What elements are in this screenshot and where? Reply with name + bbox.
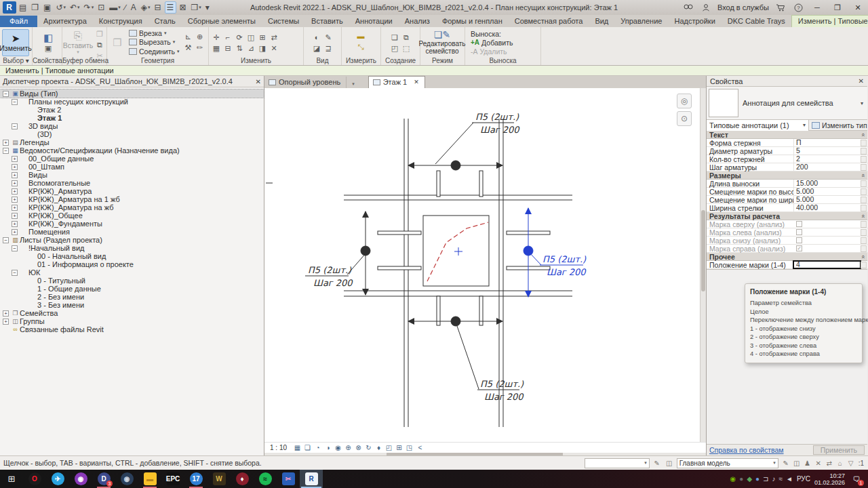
tree-item[interactable]: + КР(КЖ)_Общее bbox=[0, 211, 264, 220]
associate-param-button[interactable] bbox=[861, 245, 867, 252]
tree-item[interactable]: − Ведомости/Спецификации (Назначение вид… bbox=[0, 146, 264, 155]
view-control-icon[interactable]: ◳ bbox=[405, 444, 414, 451]
tree-item[interactable]: Этаж 2 bbox=[0, 106, 264, 114]
modify-tool-icon[interactable]: ⌐ bbox=[222, 33, 233, 43]
view-tool-icon[interactable]: ◐ bbox=[311, 33, 322, 43]
tree-toggle-icon[interactable]: − bbox=[12, 270, 18, 276]
tree-item[interactable]: − 3D виды bbox=[0, 122, 264, 130]
qat-button[interactable]: ⊡ bbox=[96, 1, 106, 14]
modify-tool-icon[interactable]: ⊟ bbox=[222, 43, 233, 54]
profile-icon[interactable]: ✏ bbox=[194, 43, 205, 53]
associate-param-button[interactable] bbox=[861, 205, 867, 211]
tray-icon[interactable]: ● bbox=[755, 475, 760, 483]
tree-item[interactable]: − ЮК bbox=[0, 268, 264, 277]
tree-toggle-icon[interactable]: + bbox=[12, 188, 18, 195]
properties-help-link[interactable]: Справка по свойствам bbox=[709, 446, 784, 454]
panel-label-select[interactable]: Выбор ▾ bbox=[0, 57, 32, 64]
steering-wheel-icon[interactable]: ◎ bbox=[677, 94, 692, 108]
taskbar-app[interactable]: 17 bbox=[184, 470, 208, 488]
taskbar-app[interactable]: W bbox=[208, 470, 231, 488]
qat-button[interactable]: ↶▾ bbox=[68, 1, 81, 14]
tree-toggle-icon[interactable]: − bbox=[12, 245, 18, 251]
associate-param-button[interactable] bbox=[861, 140, 867, 146]
property-row[interactable]: Смещение марки по ширине 5.000 bbox=[707, 196, 867, 204]
measure-tool-icon[interactable]: ▬ bbox=[351, 31, 371, 41]
status-tool-icon[interactable]: ⇄ bbox=[825, 460, 834, 467]
property-row[interactable]: Результаты расчета bbox=[707, 212, 867, 220]
taskbar-app[interactable]: ◉ bbox=[69, 470, 92, 488]
taskbar-app[interactable]: ♦ bbox=[231, 470, 254, 488]
taskbar-app[interactable]: ≈ bbox=[254, 470, 277, 488]
qat-button[interactable]: ▤ bbox=[18, 1, 28, 14]
qat-button[interactable]: ▬▾ bbox=[108, 1, 122, 14]
modify-tool-icon[interactable]: ⊞ bbox=[257, 33, 268, 43]
qat-button[interactable]: ∕ bbox=[123, 1, 128, 14]
tree-item[interactable]: + Вспомогательные bbox=[0, 179, 264, 187]
view-control-icon[interactable]: ❏ bbox=[303, 444, 312, 451]
view-tool-icon[interactable]: ✎ bbox=[323, 33, 334, 43]
property-value[interactable]: 5.000 bbox=[793, 188, 861, 195]
view-control-icon[interactable]: ◔ bbox=[313, 444, 322, 451]
view-control-icon[interactable]: ◑ bbox=[323, 444, 332, 451]
taskbar-app[interactable]: EPC bbox=[161, 470, 184, 488]
associate-param-button[interactable] bbox=[861, 188, 867, 195]
view-control-icon[interactable]: ◰ bbox=[384, 444, 393, 451]
associate-param-button[interactable] bbox=[861, 229, 867, 236]
tree-item[interactable]: + Семейства bbox=[0, 309, 264, 317]
taskbar-app[interactable]: ▬ bbox=[138, 470, 161, 488]
tree-item[interactable]: − Виды (Тип) bbox=[0, 89, 264, 98]
view-control-icon[interactable]: ↻ bbox=[364, 444, 373, 451]
tree-toggle-icon[interactable]: + bbox=[12, 164, 18, 170]
tree-item[interactable]: + КР(КЖ)_Фундаменты bbox=[0, 220, 264, 228]
tree-item[interactable]: Связанные файлы Revit bbox=[0, 325, 264, 333]
qat-button[interactable]: ❒▾ bbox=[189, 1, 202, 14]
tray-icon[interactable]: ● bbox=[739, 475, 743, 483]
associate-param-button[interactable] bbox=[861, 164, 867, 171]
tree-item[interactable]: + КР(КЖ)_Арматура bbox=[0, 187, 264, 195]
project-browser-header[interactable]: Диспетчер проекта - ADSK_RU_Шаблон_ЮК_BI… bbox=[0, 76, 264, 87]
modify-tool-icon[interactable]: ⇅ bbox=[234, 43, 245, 54]
ribbon-tab[interactable]: Системы bbox=[262, 16, 305, 27]
notification-center-icon[interactable]: 🗨1 bbox=[849, 472, 864, 486]
property-row[interactable]: Кол-во стержней 2 bbox=[707, 155, 867, 163]
qat-button[interactable]: ↷▾ bbox=[83, 1, 96, 14]
qat-button[interactable]: R bbox=[3, 1, 16, 14]
taskbar-app[interactable]: D 3 bbox=[92, 470, 115, 488]
associate-param-button[interactable] bbox=[861, 221, 867, 228]
view-tab-overflow[interactable]: ▾ bbox=[347, 80, 359, 88]
property-row[interactable]: Марка снизу (анализ) bbox=[707, 237, 867, 245]
property-value[interactable]: 5.000 bbox=[793, 196, 861, 203]
checkbox[interactable] bbox=[796, 229, 802, 235]
tree-toggle-icon[interactable]: − bbox=[3, 148, 9, 154]
tree-item[interactable]: + КР(КЖ)_Арматура на 1 жб bbox=[0, 195, 264, 203]
wall-joins-icon[interactable]: ⊾ bbox=[182, 32, 193, 42]
tree-toggle-icon[interactable]: + bbox=[12, 180, 18, 186]
zoom-icon[interactable]: ⊙ bbox=[677, 111, 692, 126]
modify-tool-icon[interactable]: ⟳ bbox=[234, 33, 245, 43]
signin-label[interactable]: Вход в службы bbox=[717, 3, 769, 12]
tray-icon[interactable]: ◄ bbox=[786, 475, 793, 483]
tree-item[interactable]: + Виды bbox=[0, 171, 264, 179]
edit-family-button[interactable]: ❏✎ Редактировать семейство bbox=[422, 29, 462, 56]
tree-item[interactable]: 1 - Общие данные bbox=[0, 285, 264, 293]
status-tool-icon[interactable]: ⌂ bbox=[835, 460, 845, 467]
leader-add-button[interactable]: +A Добавить bbox=[471, 38, 538, 47]
qat-button[interactable]: A bbox=[130, 1, 138, 14]
qat-button[interactable]: ⊠ bbox=[178, 1, 188, 14]
ribbon-tab[interactable]: Файл bbox=[0, 16, 37, 27]
associate-param-button[interactable] bbox=[861, 156, 867, 163]
rebar-bars-top[interactable] bbox=[437, 171, 483, 197]
create-tool-icon[interactable]: ⬚ bbox=[401, 43, 412, 54]
property-row[interactable]: Шаг арматуры 200 bbox=[707, 163, 867, 171]
tree-item[interactable]: 3 - Без имени bbox=[0, 301, 264, 309]
tree-item[interactable]: + 00_Штамп bbox=[0, 163, 264, 171]
ribbon-tab[interactable]: Изменить | Типовые аннотации bbox=[791, 15, 868, 27]
cope-big-icon[interactable]: ❒ bbox=[109, 29, 125, 56]
minimize-button[interactable]: ─ bbox=[810, 1, 825, 14]
property-row[interactable]: Ширина стрелки 40.000 bbox=[707, 204, 867, 212]
filter-dropdown[interactable]: Типовые аннотации (1) ▾ bbox=[707, 120, 809, 131]
rebar-bars-left[interactable] bbox=[378, 231, 421, 270]
tree-item[interactable]: + Группы bbox=[0, 317, 264, 325]
checkbox[interactable] bbox=[796, 237, 802, 243]
ribbon-tab[interactable]: DKC Cable Trays bbox=[722, 16, 791, 27]
